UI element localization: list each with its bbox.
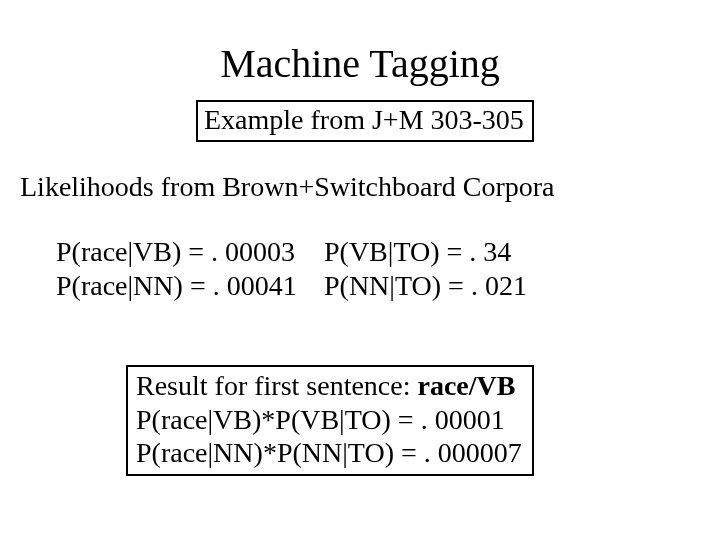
example-source-box: Example from J+M 303-305 — [196, 100, 534, 142]
p-vb-given-to: P(VB|TO) = . 34 — [324, 235, 527, 269]
p-race-given-vb: P(race|VB) = . 00003 — [56, 235, 297, 269]
p-race-given-nn: P(race|NN) = . 00041 — [56, 269, 297, 303]
result-line-3: P(race|NN)*P(NN|TO) = . 000007 — [136, 436, 522, 470]
result-box: Result for first sentence: race/VB P(rac… — [126, 365, 534, 476]
result-line-1: Result for first sentence: race/VB — [136, 369, 522, 403]
likelihoods-heading: Likelihoods from Brown+Switchboard Corpo… — [20, 171, 555, 203]
result-tag: race/VB — [417, 370, 515, 401]
transition-likelihoods-column: P(VB|TO) = . 34 P(NN|TO) = . 021 — [324, 235, 527, 302]
slide-title: Machine Tagging — [0, 40, 720, 87]
result-prefix: Result for first sentence: — [136, 370, 417, 401]
result-line-2: P(race|VB)*P(VB|TO) = . 00001 — [136, 403, 522, 437]
slide: Machine Tagging Example from J+M 303-305… — [0, 0, 720, 540]
p-nn-given-to: P(NN|TO) = . 021 — [324, 269, 527, 303]
lexical-likelihoods-column: P(race|VB) = . 00003 P(race|NN) = . 0004… — [56, 235, 297, 302]
